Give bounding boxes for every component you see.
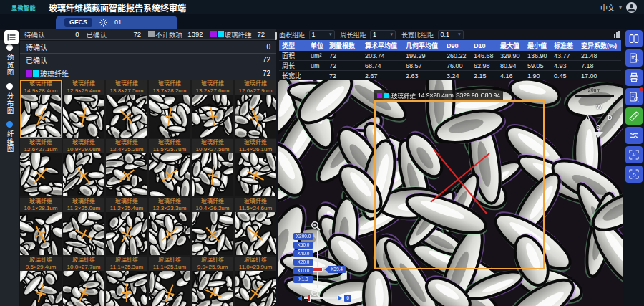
pan-up-key[interactable]: W xyxy=(596,103,602,110)
thumbnail-cell[interactable]: 玻璃纤维13.2×27.6um xyxy=(192,80,233,138)
thumbnail-image[interactable] xyxy=(235,212,276,255)
thumbnail-image[interactable] xyxy=(192,212,233,255)
radio-dot[interactable] xyxy=(6,44,13,51)
histogram-chart-button[interactable] xyxy=(614,31,620,38)
thumbnail-image[interactable] xyxy=(106,212,147,255)
ai-select-button[interactable]: AI xyxy=(625,146,643,163)
thumbnail-cell[interactable]: 玻璃纤维10.0×27.7um xyxy=(63,257,104,306)
thumbnail-image[interactable] xyxy=(192,95,233,138)
list-menu-icon xyxy=(7,33,16,42)
thumbnail-image[interactable] xyxy=(149,212,190,255)
zoom-preset-button[interactable]: X1.0 xyxy=(293,276,313,283)
thumbnail-cell[interactable]: 玻璃纤维9.9×25.9um xyxy=(192,257,233,306)
thumbnail-type-label: 玻璃纤维 xyxy=(149,80,190,87)
thumbnail-cell[interactable]: 玻璃纤维11.5×24.6um xyxy=(235,198,276,255)
pan-down-key[interactable]: S xyxy=(596,124,600,131)
thumbnail-image[interactable] xyxy=(149,153,190,196)
pan-right-key[interactable]: D xyxy=(608,114,613,121)
thumbnail-image[interactable] xyxy=(106,95,147,138)
thumbnail-image[interactable] xyxy=(235,153,276,196)
zoom-in-icon[interactable] xyxy=(311,221,321,231)
thumbnail-cell[interactable]: 玻璃纤维11.5×25.7um xyxy=(149,139,190,196)
thumbnail-cell[interactable]: 玻璃纤维9.5×29.4um xyxy=(20,257,62,306)
zoom-preset-button[interactable]: X200.0 xyxy=(293,233,313,240)
filter-value: 1 xyxy=(373,31,376,38)
thumbnail-image[interactable] xyxy=(63,153,104,196)
thumbnail-cell[interactable]: 玻璃纤维11.1×25.1um xyxy=(149,257,190,306)
thumbnail-cell[interactable]: 玻璃纤维12.6×27.9um xyxy=(235,80,276,138)
ruler-icon xyxy=(628,110,640,122)
view-mode-3[interactable]: 纤维图 xyxy=(5,121,15,153)
zoom-preset-button[interactable]: X50.0 xyxy=(293,242,313,249)
thumbnail-cell[interactable]: 玻璃纤维11.0×23.9um xyxy=(235,257,276,306)
thumbnail-cell[interactable]: 玻璃纤维12.6×27.1um xyxy=(20,139,62,196)
pan-slider-track[interactable] xyxy=(304,297,336,299)
thumbnail-image[interactable] xyxy=(106,271,147,306)
view-mode-2[interactable]: 分布图 xyxy=(5,83,15,115)
measure-tool-button[interactable] xyxy=(625,107,643,125)
thumbnail-image[interactable] xyxy=(20,212,62,255)
thumbnail-image[interactable] xyxy=(235,271,276,306)
zoom-preset-button[interactable]: X20.0 xyxy=(293,259,313,266)
panel-menu-button[interactable] xyxy=(4,30,19,44)
thumbnail-image[interactable] xyxy=(192,271,233,306)
thumbnail-image[interactable] xyxy=(149,95,190,138)
thumbnail-type-label: 玻璃纤维 xyxy=(20,198,62,205)
category-row[interactable]: 玻璃纤维72 xyxy=(20,67,276,80)
pan-left-arrow[interactable] xyxy=(298,295,302,301)
view-mode-1[interactable]: 预览图 xyxy=(5,44,15,77)
thumbnail-image[interactable] xyxy=(106,153,147,196)
zoom-preset-button[interactable]: X40.0 xyxy=(293,250,313,257)
pan-left-key[interactable]: A xyxy=(585,114,590,121)
thumbnail-cell[interactable]: 玻璃纤维11.2×25.4um xyxy=(106,198,147,255)
thumbnail-cell[interactable]: 玻璃纤维12.4×25.2um xyxy=(106,139,147,196)
tab-gfcs[interactable]: GFCS 01 xyxy=(56,16,177,29)
filter-dropdown[interactable]: 1▾ xyxy=(309,30,335,39)
thumbnail-cell[interactable]: 玻璃纤维10.9×27.5um xyxy=(192,139,233,196)
pan-right-arrow[interactable] xyxy=(338,295,342,301)
thumbnail-cell[interactable]: 玻璃纤维10.9×29.0um xyxy=(63,139,104,196)
thumbnail-image[interactable] xyxy=(235,95,276,138)
thumbnail-image[interactable] xyxy=(20,271,62,306)
compare-view-button[interactable] xyxy=(625,30,643,47)
pan-slider-handle[interactable] xyxy=(308,295,311,302)
thumbnail-image[interactable] xyxy=(63,212,104,255)
zoom-slider-track[interactable] xyxy=(317,231,318,288)
pan-down-arrow-icon[interactable] xyxy=(593,132,603,138)
thumbnail-cell[interactable]: 玻璃纤维12.9×29.4um xyxy=(63,80,104,138)
thumbnail-image[interactable] xyxy=(63,95,104,138)
radio-dot[interactable] xyxy=(6,121,13,128)
thumbnail-cell[interactable]: 玻璃纤维11.4×26.1um xyxy=(235,139,276,196)
thumbnail-image[interactable] xyxy=(149,271,190,306)
thumbnail-cell[interactable]: 玻璃纤维13.8×27.5um xyxy=(106,80,147,138)
thumbnail-cell[interactable]: 玻璃纤维10.1×28.1um xyxy=(20,198,62,255)
thumbnail-image[interactable] xyxy=(63,271,104,306)
thumbnail-cell[interactable]: 玻璃纤维13.7×28.2um xyxy=(149,80,190,138)
zoom-preset-button[interactable]: X10.0 xyxy=(293,267,313,274)
category-row[interactable]: 已确认72 xyxy=(20,54,276,67)
zoom-slider-handle[interactable] xyxy=(313,267,323,272)
adjust-settings-button[interactable] xyxy=(625,127,643,144)
thumbnail-image[interactable] xyxy=(192,153,233,196)
thumbnail-cell[interactable]: 玻璃纤维12.3×23.3um xyxy=(149,198,190,255)
print-button[interactable] xyxy=(625,69,643,86)
language-selector[interactable]: 中文 xyxy=(600,2,615,13)
filter-dropdown[interactable]: 1▾ xyxy=(370,30,396,39)
thumbnail-image[interactable] xyxy=(20,95,62,138)
table-cell: 72 xyxy=(326,51,362,61)
report-settings-button[interactable] xyxy=(625,49,643,67)
brightness-icon[interactable] xyxy=(99,19,107,27)
scrollbar-thumb[interactable] xyxy=(275,32,277,40)
thumbnail-cell[interactable]: 玻璃纤维11.1×25.3um xyxy=(106,257,147,306)
manual-select-button[interactable] xyxy=(625,166,643,183)
report-preview-button[interactable] xyxy=(625,88,643,105)
avatar[interactable] xyxy=(626,2,637,13)
microscope-viewer[interactable]: 20um 玻璃纤维 14.9×28.4um S329.90 C80.94 W A… xyxy=(278,80,623,306)
thumbnail-cell[interactable]: 玻璃纤维14.9×28.4um xyxy=(20,80,62,138)
thumbnail-cell[interactable]: 玻璃纤维11.3×25.0um xyxy=(63,198,104,255)
thumbnail-image[interactable] xyxy=(20,153,62,196)
filter-dropdown[interactable]: 0.1▾ xyxy=(438,30,464,39)
thumbnail-cell[interactable]: 玻璃纤维10.4×26.2um xyxy=(192,198,233,255)
radio-dot[interactable] xyxy=(6,83,13,90)
category-row[interactable]: 待确认0 xyxy=(20,41,276,54)
